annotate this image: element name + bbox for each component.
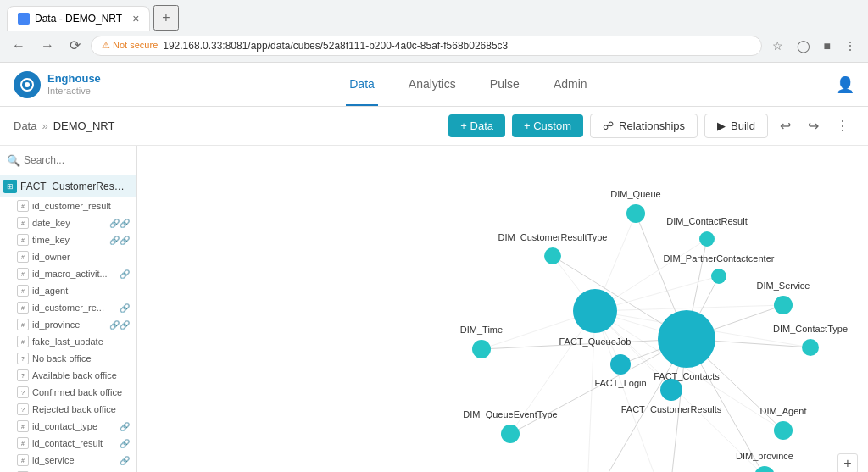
browser-menu-button[interactable]: ⋮: [839, 36, 861, 56]
graph-node-dim-agent[interactable]: [774, 421, 793, 440]
field-type-icon: #: [17, 336, 29, 347]
graph-node-dim-contacttype[interactable]: [802, 339, 819, 356]
graph-node-dim-contactresult[interactable]: [699, 231, 715, 247]
graph-node-dim-customerresulttype[interactable]: [544, 247, 561, 264]
sidebar-field-time-key[interactable]: # time_key 🔗🔗: [0, 231, 136, 248]
field-link-icons: 🔗: [120, 439, 130, 448]
field-type-icon: #: [17, 302, 29, 314]
more-options-button[interactable]: ⋮: [831, 114, 854, 137]
relationships-button[interactable]: ☍ Relationships: [590, 114, 698, 138]
tab-bar: Data - DEMO_NRT × +: [0, 0, 868, 31]
field-type-icon: #: [17, 251, 29, 263]
graph-node-label-dim-contacttype: DIM_ContactType: [773, 324, 848, 334]
sidebar-field-id-owner[interactable]: # id_owner: [0, 248, 136, 265]
zoom-in-button[interactable]: +: [837, 453, 858, 472]
new-tab-button[interactable]: +: [153, 5, 178, 31]
app-header: Enghouse Interactive Data Analytics Puls…: [0, 63, 868, 107]
graph-node-dim-partnercontactcenter[interactable]: [711, 269, 726, 284]
user-icon[interactable]: 👤: [836, 75, 854, 94]
undo-button[interactable]: ↩: [775, 114, 796, 137]
graph-canvas[interactable]: FACT_QueueJobFACT_ContactsFACT_LoginFACT…: [137, 146, 868, 472]
field-type-icon: ?: [17, 386, 29, 398]
link-icon: 🔗: [120, 303, 130, 313]
sidebar-field-id-contact-type[interactable]: # id_contact_type 🔗: [0, 418, 136, 435]
field-type-icon: #: [17, 285, 29, 297]
sidebar-field-id-province[interactable]: # id_province 🔗🔗: [0, 316, 136, 333]
sidebar-field-rejected-back-office[interactable]: ? Rejected back office: [0, 401, 136, 418]
graph-node-fact-customerresults[interactable]: [660, 379, 682, 401]
bookmark-button[interactable]: ☆: [767, 36, 788, 56]
action-buttons: + Data + Custom ☍ Relationships ▶ Build …: [448, 114, 854, 138]
graph-area: FACT_QueueJobFACT_ContactsFACT_LoginFACT…: [137, 146, 868, 472]
tab-favicon: [18, 13, 30, 25]
nav-admin[interactable]: Admin: [550, 64, 591, 106]
sidebar-field-confirmed-back-office[interactable]: ? Confirmed back office: [0, 384, 136, 401]
breadcrumb: Data » DEMO_NRT: [14, 119, 114, 132]
graph-node-fact-login[interactable]: [610, 354, 631, 375]
breadcrumb-root[interactable]: Data: [14, 119, 36, 132]
breadcrumb-separator: »: [42, 119, 47, 132]
main-nav: Data Analytics Pulse Admin: [101, 64, 836, 106]
graph-node-dim-province[interactable]: [754, 466, 775, 472]
graph-node-dim-service[interactable]: [774, 296, 793, 314]
graph-node-label-dim-queue: DIM_Queue: [610, 189, 660, 199]
active-tab[interactable]: Data - DEMO_NRT ×: [7, 6, 150, 31]
nav-data[interactable]: Data: [346, 64, 378, 106]
sidebar-search-bar: 🔍 ☰ ⋮: [0, 146, 136, 175]
field-type-icon: ?: [17, 403, 29, 415]
sidebar-field-id-agent[interactable]: # id_agent: [0, 282, 136, 299]
search-input[interactable]: [24, 154, 137, 166]
field-link-icons: 🔗🔗: [109, 320, 130, 330]
field-type-icon: ?: [17, 353, 29, 364]
back-button[interactable]: ←: [7, 35, 31, 57]
profile-button[interactable]: ◯: [792, 36, 815, 56]
field-type-icon: #: [17, 217, 29, 229]
add-custom-button[interactable]: + Custom: [512, 114, 583, 137]
sidebar-field-available-back-office[interactable]: ? Available back office: [0, 367, 136, 384]
field-type-icon: #: [17, 420, 29, 432]
sidebar-field-fake-last-update[interactable]: # fake_last_update: [0, 333, 136, 350]
redo-button[interactable]: ↪: [803, 114, 824, 137]
field-type-icon: #: [17, 268, 29, 280]
field-link-icons: 🔗🔗: [109, 236, 130, 245]
reload-button[interactable]: ⟳: [64, 34, 86, 57]
sidebar-field-no-back-office[interactable]: ? No back office: [0, 350, 136, 367]
add-data-button[interactable]: + Data: [448, 114, 505, 137]
sidebar-field-nd-id-acd-queue[interactable]: # ND_id_acd_queue 🔗🔗: [0, 469, 136, 472]
sidebar-field-date-key[interactable]: # date_key 🔗🔗: [0, 214, 136, 231]
field-link-icons: 🔗: [120, 456, 130, 465]
url-text: 192.168.0.33:8081/app/data/cubes/52a8f11…: [163, 40, 508, 52]
graph-node-label-dim-contactresult: DIM_ContactResult: [666, 216, 747, 226]
graph-node-label-dim-agent: DIM_Agent: [760, 406, 806, 416]
sidebar-field-id-service[interactable]: # id_service 🔗: [0, 452, 136, 469]
nav-analytics[interactable]: Analytics: [405, 64, 459, 106]
graph-node-fact-contacts[interactable]: [658, 310, 715, 368]
svg-point-1: [25, 82, 30, 87]
graph-node-label-dim-time: DIM_Time: [460, 325, 503, 335]
nav-pulse[interactable]: Pulse: [487, 64, 523, 106]
forward-button[interactable]: →: [36, 35, 59, 57]
sidebar-field-id-customer-result[interactable]: # id_customer_result: [0, 197, 136, 214]
extensions-button[interactable]: ■: [819, 36, 836, 56]
sidebar-field-id-contact-result[interactable]: # id_contact_result 🔗: [0, 435, 136, 452]
graph-node-fact-queuejob[interactable]: [573, 289, 617, 333]
address-bar[interactable]: ⚠ Not secure 192.168.0.33:8081/app/data/…: [91, 36, 762, 56]
table-icon: ⊞: [3, 180, 17, 193]
graph-node-dim-queueeventtype[interactable]: [501, 425, 520, 443]
graph-node-dim-queue[interactable]: [626, 204, 645, 223]
field-link-icons: 🔗: [120, 422, 130, 431]
field-type-icon: #: [17, 319, 29, 330]
field-link-icons: 🔗: [120, 303, 130, 313]
field-type-icon: ?: [17, 369, 29, 381]
sidebar-field-id-customer-re[interactable]: # id_customer_re... 🔗: [0, 299, 136, 316]
sidebar-table-fact-customerresults[interactable]: ⊞ FACT_CustomerResults: [0, 175, 136, 197]
breadcrumb-bar: Data » DEMO_NRT + Data + Custom ☍ Relati…: [0, 107, 868, 146]
svg-line-28: [587, 311, 595, 472]
graph-node-dim-time[interactable]: [472, 340, 491, 358]
link-icon: 🔗🔗: [109, 236, 130, 245]
field-link-icons: 🔗: [120, 269, 130, 279]
tab-close-btn[interactable]: ×: [132, 12, 139, 25]
build-icon: ▶: [717, 119, 726, 132]
sidebar-field-id-macro-activit[interactable]: # id_macro_activit... 🔗: [0, 265, 136, 282]
build-button[interactable]: ▶ Build: [704, 114, 768, 138]
